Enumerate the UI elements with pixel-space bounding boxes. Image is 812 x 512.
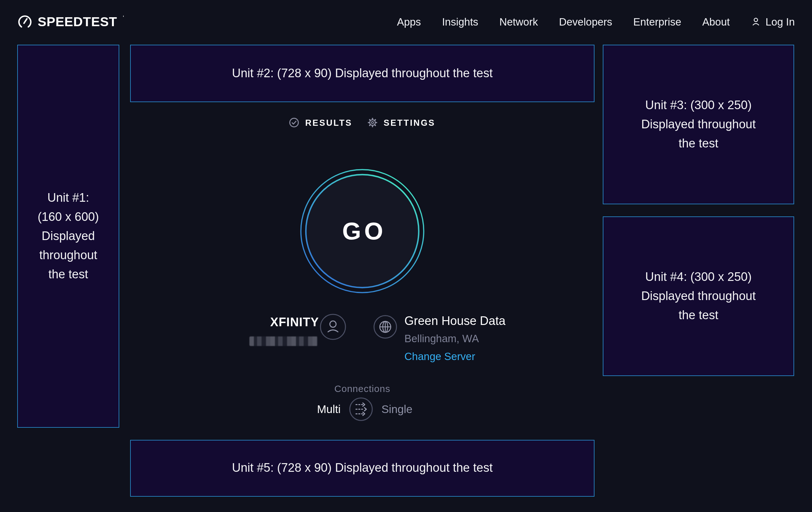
nav-item-about[interactable]: About bbox=[702, 16, 730, 28]
change-server-link[interactable]: Change Server bbox=[404, 350, 505, 362]
ad-unit-2[interactable]: Unit #2: (728 x 90) Displayed throughout… bbox=[130, 45, 594, 102]
server-info: Green House Data Bellingham, WA Change S… bbox=[404, 314, 505, 362]
ad-unit-3[interactable]: Unit #3: (300 x 250) Displayed throughou… bbox=[603, 45, 794, 204]
go-label: GO bbox=[298, 167, 426, 295]
ad-unit-5[interactable]: Unit #5: (728 x 90) Displayed throughout… bbox=[130, 440, 594, 497]
connections-single-option[interactable]: Single bbox=[381, 403, 412, 416]
isp-user-icon bbox=[320, 314, 346, 340]
ad-unit-3-text: Unit #3: (300 x 250) Displayed throughou… bbox=[641, 96, 756, 153]
ad-unit-1[interactable]: Unit #1: (160 x 600) Displayed throughou… bbox=[17, 45, 119, 428]
login-label: Log In bbox=[765, 16, 795, 28]
connections-toggle-icon[interactable] bbox=[349, 397, 373, 421]
user-icon bbox=[751, 17, 761, 27]
nav-item-insights[interactable]: Insights bbox=[442, 16, 478, 28]
isp-name: XFINITY bbox=[204, 315, 319, 329]
ad-unit-2-text: Unit #2: (728 x 90) Displayed throughout… bbox=[232, 64, 493, 83]
trademark-mark: ' bbox=[123, 15, 124, 21]
go-button[interactable]: GO bbox=[298, 167, 426, 295]
tab-settings-label: SETTINGS bbox=[384, 118, 435, 127]
server-location: Bellingham, WA bbox=[404, 332, 505, 345]
nav-item-apps[interactable]: Apps bbox=[397, 16, 421, 28]
top-nav-bar: SPEEDTEST ' Apps Insights Network Develo… bbox=[0, 0, 812, 44]
logo-wordmark: SPEEDTEST bbox=[38, 14, 117, 29]
view-tabs: RESULTS SETTINGS bbox=[130, 117, 594, 128]
server-name: Green House Data bbox=[404, 314, 505, 328]
tab-results-label: RESULTS bbox=[305, 118, 352, 127]
gear-icon bbox=[368, 117, 378, 128]
main-nav: Apps Insights Network Developers Enterpr… bbox=[397, 16, 795, 28]
check-circle-icon bbox=[289, 117, 299, 128]
nav-item-network[interactable]: Network bbox=[499, 16, 538, 28]
ad-unit-4[interactable]: Unit #4: (300 x 250) Displayed throughou… bbox=[603, 216, 794, 376]
nav-item-enterprise[interactable]: Enterprise bbox=[633, 16, 681, 28]
tab-settings[interactable]: SETTINGS bbox=[368, 117, 435, 128]
connections-multi-option[interactable]: Multi bbox=[277, 403, 341, 416]
ad-unit-1-text: Unit #1: (160 x 600) Displayed throughou… bbox=[38, 188, 99, 284]
connections-label: Connections bbox=[130, 383, 594, 394]
server-globe-icon bbox=[373, 315, 397, 339]
login-button[interactable]: Log In bbox=[751, 16, 795, 28]
gauge-icon bbox=[17, 14, 32, 29]
speedtest-logo[interactable]: SPEEDTEST ' bbox=[17, 14, 124, 29]
nav-item-developers[interactable]: Developers bbox=[559, 16, 612, 28]
isp-censored-address bbox=[250, 336, 318, 346]
ad-unit-5-text: Unit #5: (728 x 90) Displayed throughout… bbox=[232, 459, 493, 478]
tab-results[interactable]: RESULTS bbox=[289, 117, 352, 128]
ad-unit-4-text: Unit #4: (300 x 250) Displayed throughou… bbox=[641, 268, 756, 325]
speedtest-page: SPEEDTEST ' Apps Insights Network Develo… bbox=[0, 0, 812, 512]
